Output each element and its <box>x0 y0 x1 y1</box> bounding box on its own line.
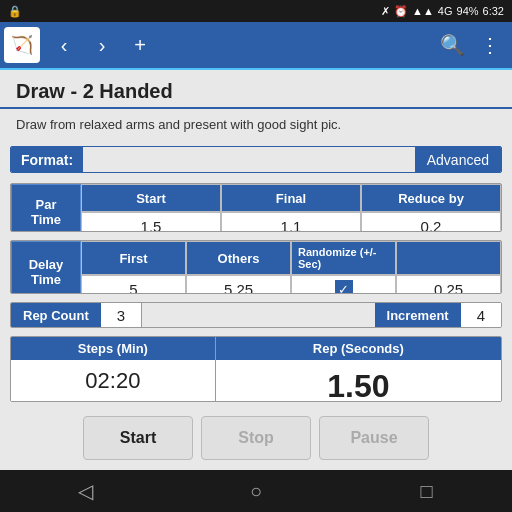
delay-others-value[interactable]: 5.25 <box>186 275 291 294</box>
rep-seconds-header: Rep (Seconds) <box>216 337 501 360</box>
lock-icon: 🔒 <box>8 5 22 18</box>
format-label: Format: <box>11 147 83 172</box>
par-start-header: Start <box>81 184 221 212</box>
delay-time-grid: Delay Time First Others Randomize (+/- S… <box>11 241 501 294</box>
description: Draw from relaxed arms and present with … <box>0 109 512 140</box>
format-advanced-button[interactable]: Advanced <box>415 147 501 172</box>
battery-label: 94% <box>457 5 479 17</box>
signal-icon: ▲▲ <box>412 5 434 17</box>
nav-bar: ◁ ○ □ <box>0 470 512 512</box>
delay-randomize-header: Randomize (+/- Sec) <box>291 241 396 275</box>
status-left: 🔒 <box>8 5 22 18</box>
par-reduce-header: Reduce by <box>361 184 501 212</box>
rep-count-row: Rep Count 3 Increment 4 <box>10 302 502 328</box>
increment-value[interactable]: 4 <box>461 303 501 327</box>
par-time-table: Par Time Start Final Reduce by 1.5 1.1 0… <box>10 183 502 232</box>
par-time-grid: Par Time Start Final Reduce by 1.5 1.1 0… <box>11 184 501 232</box>
status-bar: 🔒 ✗ ⏰ ▲▲ 4G 94% 6:32 <box>0 0 512 22</box>
alarm-icon: ⏰ <box>394 5 408 18</box>
nav-home-button[interactable]: ○ <box>236 471 276 511</box>
delay-randomize-header2 <box>396 241 501 275</box>
toolbar: 🏹 ‹ › + 🔍 ⋮ <box>0 22 512 70</box>
par-time-label: Par Time <box>11 184 81 232</box>
rep-seconds-section: Rep (Seconds) 1.50 <box>216 337 501 401</box>
nav-recent-button[interactable]: □ <box>407 471 447 511</box>
bluetooth-icon: ✗ <box>381 5 390 18</box>
back-button[interactable]: ‹ <box>46 27 82 63</box>
rep-seconds-value: 1.50 <box>216 360 501 402</box>
network-label: 4G <box>438 5 453 17</box>
nav-back-button[interactable]: ◁ <box>65 471 105 511</box>
page-title-section: Draw - 2 Handed <box>0 70 512 109</box>
content: Draw - 2 Handed Draw from relaxed arms a… <box>0 70 512 470</box>
par-final-value[interactable]: 1.1 <box>221 212 361 232</box>
add-button[interactable]: + <box>122 27 158 63</box>
forward-button[interactable]: › <box>84 27 120 63</box>
page-title: Draw - 2 Handed <box>16 80 496 103</box>
start-button[interactable]: Start <box>83 416 193 460</box>
delay-first-value[interactable]: 5 <box>81 275 186 294</box>
par-final-header: Final <box>221 184 361 212</box>
delay-time-label: Delay Time <box>11 241 81 294</box>
increment-label: Increment <box>375 303 461 327</box>
delay-randomize-checkbox[interactable]: ✓ <box>291 275 396 294</box>
more-button[interactable]: ⋮ <box>472 27 508 63</box>
search-button[interactable]: 🔍 <box>434 27 470 63</box>
checkbox-check: ✓ <box>335 280 353 294</box>
app-logo: 🏹 <box>4 27 40 63</box>
steps-header: Steps (Min) <box>11 337 215 360</box>
action-buttons: Start Stop Pause <box>10 416 502 460</box>
delay-others-header: Others <box>186 241 291 275</box>
steps-rep-row: Steps (Min) 02:20 Rep (Seconds) 1.50 <box>10 336 502 402</box>
pause-button[interactable]: Pause <box>319 416 429 460</box>
delay-time-table: Delay Time First Others Randomize (+/- S… <box>10 240 502 294</box>
steps-value: 02:20 <box>11 360 215 402</box>
delay-first-header: First <box>81 241 186 275</box>
status-right: ✗ ⏰ ▲▲ 4G 94% 6:32 <box>381 5 504 18</box>
rep-count-value[interactable]: 3 <box>101 303 142 327</box>
rep-count-label: Rep Count <box>11 303 101 327</box>
delay-randomize-value[interactable]: 0.25 <box>396 275 501 294</box>
par-reduce-value[interactable]: 0.2 <box>361 212 501 232</box>
par-start-value[interactable]: 1.5 <box>81 212 221 232</box>
time-label: 6:32 <box>483 5 504 17</box>
stop-button[interactable]: Stop <box>201 416 311 460</box>
format-row: Format: Advanced <box>10 146 502 173</box>
steps-section: Steps (Min) 02:20 <box>11 337 216 401</box>
